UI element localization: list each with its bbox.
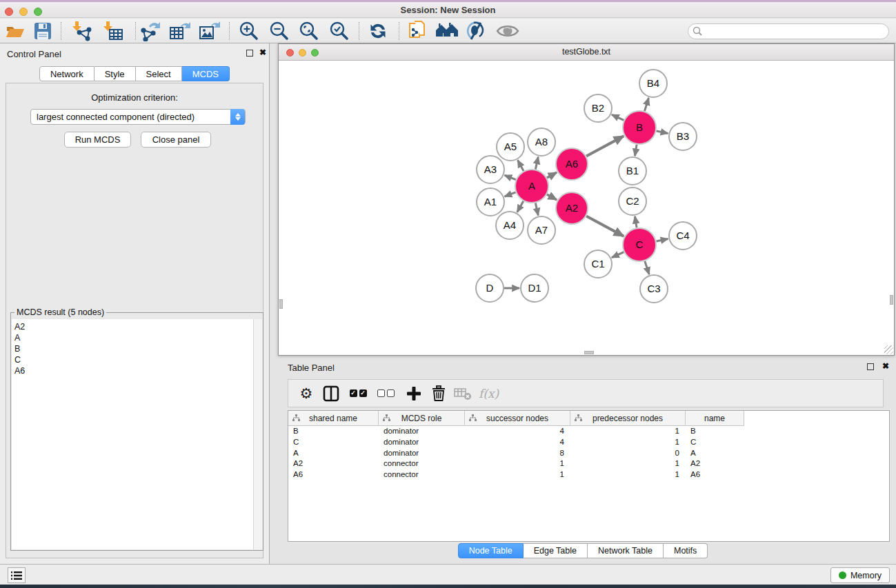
- edge-A-A3[interactable]: [504, 175, 515, 180]
- graph-node-B2[interactable]: B2: [584, 94, 612, 122]
- close-panel-icon[interactable]: ✖: [259, 48, 266, 57]
- graph-node-A7[interactable]: A7: [528, 216, 555, 244]
- mcds-result-item[interactable]: A6: [14, 365, 253, 376]
- edge-A-A2[interactable]: [547, 194, 557, 200]
- table-cell[interactable]: 0: [570, 448, 686, 459]
- import-network-icon[interactable]: [71, 20, 94, 42]
- graph-node-A6[interactable]: A6: [556, 148, 588, 180]
- resize-grip-icon[interactable]: [884, 345, 893, 354]
- zoom-selected-icon[interactable]: [328, 20, 351, 42]
- close-panel-button[interactable]: Close panel: [141, 132, 211, 148]
- edge-A-A4[interactable]: [517, 201, 524, 212]
- column-header-successor-nodes[interactable]: successor nodes: [465, 411, 570, 426]
- table-row[interactable]: Cdominator41C: [288, 437, 889, 448]
- tab-mcds[interactable]: MCDS: [182, 66, 230, 81]
- table-cell[interactable]: dominator: [379, 437, 465, 448]
- table-cell[interactable]: dominator: [379, 426, 465, 437]
- edge-A2-C[interactable]: [586, 216, 624, 236]
- tab-select[interactable]: Select: [136, 66, 182, 81]
- table-row[interactable]: A2connector11A2: [288, 458, 889, 469]
- vertical-scrollbar-thumb[interactable]: [279, 299, 283, 309]
- graph-node-A1[interactable]: A1: [477, 188, 504, 216]
- tab-node-table[interactable]: Node Table: [458, 543, 524, 558]
- edge-B-B2[interactable]: [612, 114, 624, 120]
- graph-node-D[interactable]: D: [476, 274, 504, 302]
- mcds-list-scrollbar[interactable]: [253, 319, 262, 549]
- select-stepper-icon[interactable]: [230, 109, 245, 125]
- graph-node-C[interactable]: C: [623, 228, 656, 261]
- apply-function-icon[interactable]: f(x): [479, 383, 499, 404]
- show-panels-icon[interactable]: [496, 20, 519, 42]
- table-row[interactable]: Bdominator41B: [288, 426, 889, 437]
- select-all-columns-icon[interactable]: ✓✓: [348, 383, 368, 404]
- graph-node-D1[interactable]: D1: [521, 274, 548, 302]
- delete-table-icon[interactable]: [452, 383, 473, 404]
- table-cell[interactable]: A2: [288, 458, 379, 469]
- add-column-icon[interactable]: [404, 383, 424, 404]
- edge-C-C2[interactable]: [635, 216, 637, 228]
- tab-style[interactable]: Style: [94, 66, 136, 81]
- edge-C-C4[interactable]: [656, 239, 668, 241]
- criterion-select[interactable]: largest connected component (directed): [30, 109, 246, 125]
- graph-node-A3[interactable]: A3: [477, 156, 504, 183]
- float-panel-icon[interactable]: [246, 50, 253, 57]
- table-cell[interactable]: A: [686, 448, 744, 459]
- search-input[interactable]: [688, 23, 889, 39]
- horizontal-scrollbar-thumb[interactable]: [584, 351, 594, 354]
- table-cell[interactable]: C: [288, 437, 379, 448]
- table-options-gear-icon[interactable]: ⚙: [297, 383, 316, 404]
- tab-network-table[interactable]: Network Table: [588, 543, 664, 558]
- table-cell[interactable]: A6: [686, 469, 744, 480]
- edge-A-A8[interactable]: [535, 156, 538, 169]
- table-cell[interactable]: 1: [570, 458, 686, 469]
- graph-node-C1[interactable]: C1: [584, 250, 612, 278]
- edge-B-B4[interactable]: [644, 98, 648, 111]
- task-history-button[interactable]: [8, 567, 26, 583]
- edge-B-B1[interactable]: [635, 145, 637, 156]
- mcds-result-item[interactable]: B: [14, 343, 253, 354]
- table-cell[interactable]: A2: [686, 458, 744, 469]
- float-panel-icon[interactable]: [867, 363, 874, 370]
- zoom-fit-icon[interactable]: [297, 20, 321, 42]
- table-cell[interactable]: 1: [570, 469, 686, 480]
- graph-node-A[interactable]: A: [515, 170, 548, 203]
- memory-button[interactable]: Memory: [830, 567, 890, 583]
- tab-network[interactable]: Network: [39, 66, 94, 81]
- table-cell[interactable]: 1: [570, 437, 686, 448]
- refresh-icon[interactable]: [366, 20, 390, 42]
- graph-node-B[interactable]: B: [623, 111, 656, 144]
- table-cell[interactable]: B: [686, 426, 744, 437]
- table-cell[interactable]: 1: [465, 458, 570, 469]
- edge-A6-B[interactable]: [586, 136, 624, 156]
- hide-panels-icon[interactable]: [464, 20, 488, 42]
- graph-node-C2[interactable]: C2: [619, 187, 646, 215]
- export-table-icon[interactable]: [168, 20, 192, 42]
- close-panel-icon[interactable]: ✖: [882, 361, 889, 371]
- right-scrollbar-thumb[interactable]: [890, 295, 893, 305]
- column-header-name[interactable]: name: [686, 411, 744, 426]
- mcds-result-item[interactable]: A2: [14, 321, 253, 332]
- delete-column-icon[interactable]: [429, 383, 448, 404]
- table-cell[interactable]: A6: [288, 469, 379, 480]
- edge-A-A6[interactable]: [547, 172, 557, 178]
- column-header-MCDS-role[interactable]: MCDS role: [379, 411, 465, 426]
- import-table-icon[interactable]: [102, 20, 126, 42]
- tab-motifs[interactable]: Motifs: [664, 543, 708, 558]
- edge-C-C3[interactable]: [645, 261, 649, 274]
- network-from-selection-icon[interactable]: [406, 20, 430, 42]
- export-network-icon[interactable]: [139, 20, 162, 42]
- tab-edge-table[interactable]: Edge Table: [524, 543, 588, 558]
- graph-node-C3[interactable]: C3: [640, 275, 668, 303]
- network-canvas[interactable]: AA1A2A3A4A5A6A7A8BB1B2B3B4CC1C2C3C4DD1: [279, 61, 894, 355]
- edge-A-A7[interactable]: [535, 203, 538, 215]
- table-cell[interactable]: connector: [379, 469, 465, 480]
- graph-node-A8[interactable]: A8: [528, 128, 555, 156]
- graph-node-A4[interactable]: A4: [496, 212, 524, 239]
- save-session-icon[interactable]: [31, 20, 54, 42]
- run-mcds-button[interactable]: Run MCDS: [64, 132, 131, 148]
- table-cell[interactable]: 4: [465, 437, 570, 448]
- graph-node-C4[interactable]: C4: [669, 222, 697, 250]
- mcds-result-item[interactable]: C: [14, 354, 253, 365]
- edge-B-B3[interactable]: [656, 131, 668, 134]
- zoom-in-icon[interactable]: [237, 20, 261, 42]
